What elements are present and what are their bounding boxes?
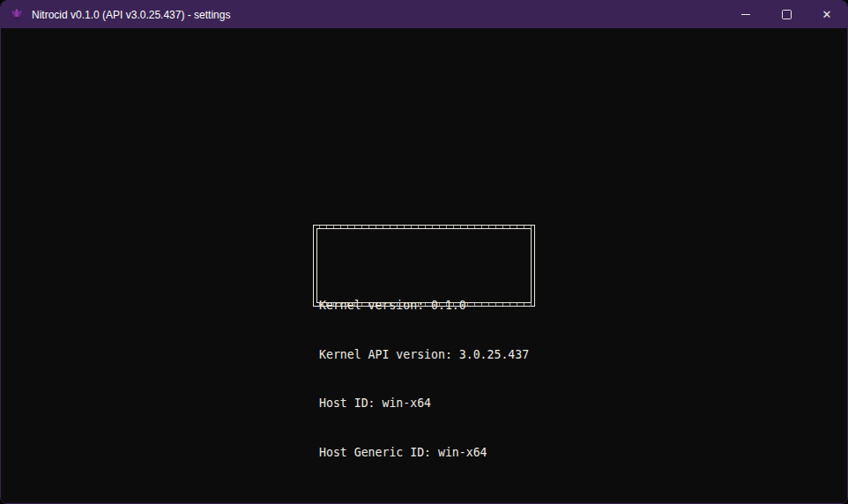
host-id-line: Host ID: win-x64 [319,396,531,412]
maximize-button[interactable] [766,1,807,28]
titlebar[interactable]: Nitrocid v0.1.0 (API v3.0.25.437) - sett… [1,1,847,28]
close-button[interactable]: ✕ [807,1,847,28]
kernel-api-version-line: Kernel API version: 3.0.25.437 [319,347,531,364]
app-window: Nitrocid v0.1.0 (API v3.0.25.437) - sett… [0,0,848,504]
minimize-button[interactable] [725,1,766,28]
nitrocid-logo-icon[interactable] [10,8,24,22]
window-title: Nitrocid v0.1.0 (API v3.0.25.437) - sett… [32,9,230,21]
minimize-icon [741,14,750,15]
kernel-version-line: Kernel version: 0.1.0 [319,298,531,315]
kernel-info-box: Kernel version: 0.1.0 Kernel API version… [316,228,532,303]
console-screen: Kernel version: 0.1.0 Kernel API version… [1,28,847,503]
close-icon: ✕ [822,9,832,20]
box-border-ticks-top [313,226,535,228]
window-controls: ✕ [725,1,847,28]
maximize-icon [782,10,792,19]
host-generic-id-line: Host Generic ID: win-x64 [319,445,531,462]
